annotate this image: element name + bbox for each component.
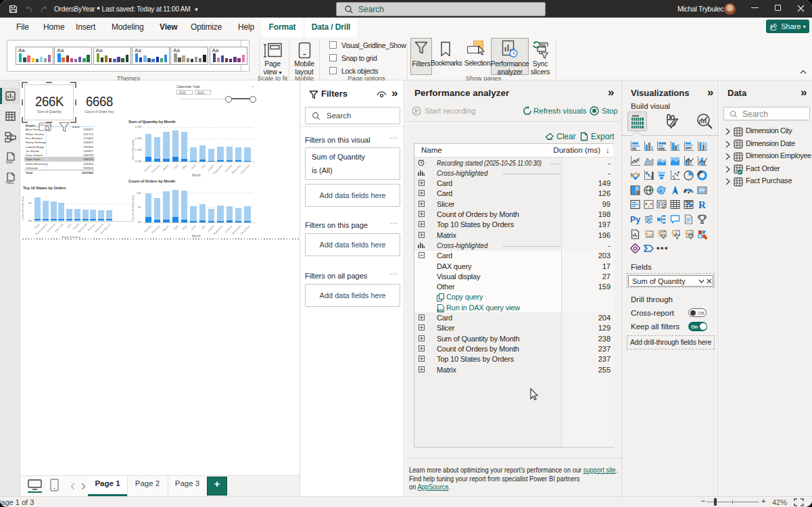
svg-text:TMDL: TMDL xyxy=(5,181,14,185)
svg-text:DAX: DAX xyxy=(437,308,444,312)
svg-text:Py: Py xyxy=(630,215,640,224)
svg-text:R: R xyxy=(698,199,706,210)
svg-text:DAX: DAX xyxy=(6,161,14,164)
svg-text:123: 123 xyxy=(699,188,705,192)
